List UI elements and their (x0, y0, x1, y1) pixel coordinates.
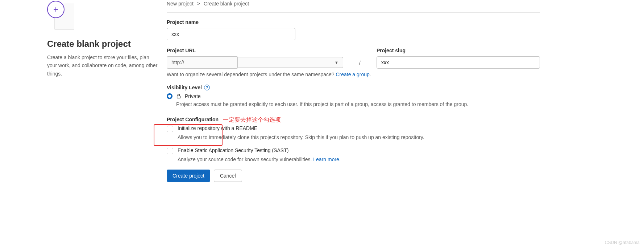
visibility-label: Visibility Level ? (167, 85, 540, 90)
project-name-label: Project name (167, 19, 540, 25)
page-description: Create a blank project to store your fil… (47, 53, 159, 78)
project-slug-input[interactable] (377, 56, 540, 69)
sast-checkbox[interactable] (167, 148, 173, 154)
sast-learn-more-link[interactable]: Learn more. (313, 156, 340, 162)
watermark: CSDN @afabama (605, 240, 640, 245)
sast-desc: Analyze your source code for known secur… (178, 156, 540, 162)
cancel-button[interactable]: Cancel (214, 170, 242, 182)
breadcrumb-parent[interactable]: New project (167, 1, 194, 7)
readme-checkbox[interactable] (167, 126, 173, 132)
readme-label: Initialize repository with a README (178, 125, 257, 131)
create-group-link[interactable]: Create a group (336, 72, 369, 77)
svg-rect-0 (177, 96, 180, 98)
namespace-helper: Want to organize several dependent proje… (167, 72, 540, 77)
help-icon[interactable]: ? (204, 85, 210, 90)
page-title: Create blank project (47, 39, 159, 49)
url-separator: / (354, 60, 366, 69)
breadcrumb: New project > Create blank project (167, 1, 540, 13)
project-url-label: Project URL (167, 48, 343, 53)
visibility-private-label: Private (185, 93, 201, 99)
breadcrumb-current: Create blank project (204, 1, 249, 7)
readme-desc: Allows you to immediately clone this pro… (178, 134, 540, 140)
create-project-icon: + (47, 1, 80, 32)
visibility-private-desc: Project access must be granted explicitl… (176, 101, 540, 107)
visibility-private-radio[interactable] (167, 93, 173, 99)
chevron-down-icon: ▼ (335, 60, 338, 65)
project-name-input[interactable] (167, 28, 295, 40)
main-form: New project > Create blank project Proje… (167, 1, 540, 182)
lock-icon (176, 94, 181, 99)
plus-icon: + (47, 1, 65, 18)
config-label: Project Configuration (167, 117, 540, 122)
sast-label: Enable Static Application Security Testi… (178, 147, 288, 153)
create-project-button[interactable]: Create project (167, 170, 210, 182)
namespace-select[interactable]: ▼ (237, 57, 343, 68)
breadcrumb-separator: > (197, 1, 200, 7)
project-slug-label: Project slug (377, 48, 540, 53)
sidebar: + Create blank project Create a blank pr… (47, 1, 167, 182)
url-prefix: http:// (167, 56, 237, 69)
